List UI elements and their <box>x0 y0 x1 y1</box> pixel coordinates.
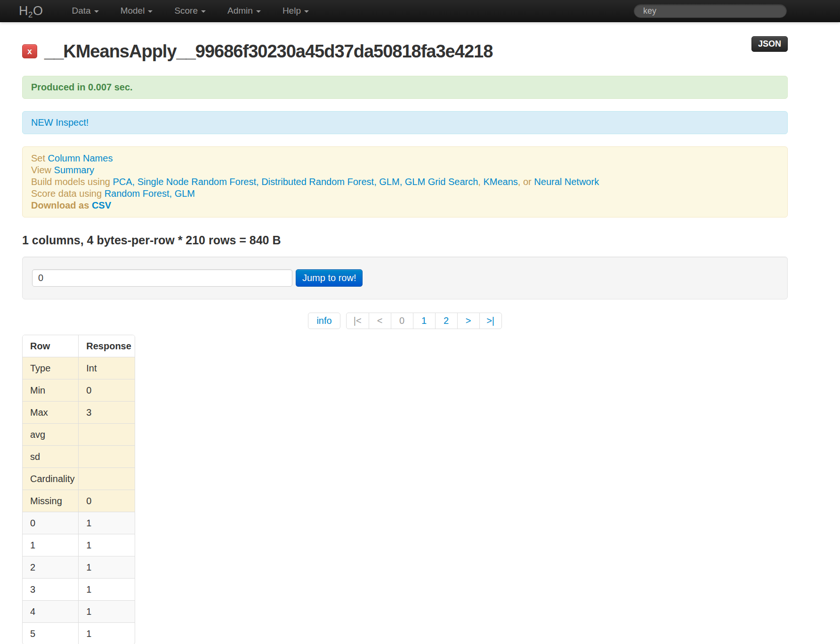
action-text: , or <box>518 177 534 187</box>
frame-summary-heading: 1 columns, 4 bytes-per-row * 210 rows = … <box>22 233 788 247</box>
action-link[interactable]: Column Names <box>48 153 113 163</box>
table-cell: 1 <box>79 534 135 556</box>
nav-item-label: Score <box>174 6 198 16</box>
table-cell: 1 <box>79 579 135 601</box>
page-button[interactable]: 1 <box>413 313 435 329</box>
nav-item-model[interactable]: Model <box>113 0 161 22</box>
main-content: x __KMeansApply__99686f30230a45d37da5081… <box>22 39 788 644</box>
action-line: Score data using Random Forest, GLM <box>31 188 779 200</box>
action-link[interactable]: GLM <box>379 177 399 187</box>
caret-down-icon <box>94 10 99 13</box>
nav-item-score[interactable]: Score <box>166 0 214 22</box>
page-button[interactable]: > <box>457 313 479 329</box>
caret-down-icon <box>148 10 153 13</box>
table-cell <box>79 446 135 468</box>
action-line: Build models using PCA, Single Node Rand… <box>31 176 779 188</box>
action-text: Set <box>31 153 48 163</box>
action-link[interactable]: Neural Network <box>534 177 599 187</box>
table-cell: 3 <box>23 579 79 601</box>
action-text: , <box>400 177 405 187</box>
action-link[interactable]: Single Node Random Forest <box>137 177 256 187</box>
table-row: Missing0 <box>23 490 135 512</box>
table-row: 41 <box>23 601 135 623</box>
pagination: info |<<012>>| <box>22 313 788 329</box>
json-button[interactable]: JSON <box>751 36 788 52</box>
action-text: Score data using <box>31 188 105 199</box>
action-text: Build models using <box>31 177 113 187</box>
action-link[interactable]: GLM <box>175 188 195 199</box>
info-button[interactable]: info <box>308 313 340 329</box>
caret-down-icon <box>304 10 309 13</box>
brand-sub: 2 <box>28 10 33 19</box>
jump-to-row-well: Jump to row! <box>22 257 788 299</box>
nav-item-label: Model <box>121 6 145 16</box>
nav-item-label: Admin <box>227 6 253 16</box>
action-link[interactable]: GLM Grid Search <box>405 177 478 187</box>
brand-o: O <box>33 4 43 18</box>
table-cell: 5 <box>23 623 79 644</box>
table-cell: sd <box>23 446 79 468</box>
action-link[interactable]: Summary <box>54 165 95 175</box>
table-row: avg <box>23 424 135 446</box>
action-line: Download as CSV <box>31 200 779 211</box>
page-header: x __KMeansApply__99686f30230a45d37da5081… <box>22 39 788 64</box>
table-row: sd <box>23 446 135 468</box>
table-row: Max3 <box>23 402 135 424</box>
row-number-input[interactable] <box>32 269 292 287</box>
table-row: 51 <box>23 623 135 644</box>
table-cell: Int <box>79 357 135 379</box>
h2o-logo[interactable]: H2O <box>19 4 43 18</box>
jump-to-row-button[interactable]: Jump to row! <box>296 269 363 287</box>
action-text: View <box>31 165 54 175</box>
table-cell: 3 <box>79 402 135 424</box>
nav-item-label: Data <box>72 6 90 16</box>
table-cell: 1 <box>79 556 135 579</box>
table-header-cell: Row <box>23 335 79 357</box>
new-inspect-link[interactable]: NEW Inspect! <box>31 117 89 128</box>
pager-group: |<<012>>| <box>346 313 502 329</box>
action-line: View Summary <box>31 164 779 176</box>
page-button[interactable]: >| <box>479 313 501 329</box>
table-cell: Max <box>23 402 79 424</box>
action-line: Set Column Names <box>31 153 779 164</box>
table-cell: 4 <box>23 601 79 623</box>
key-search-input[interactable] <box>634 4 787 18</box>
action-link[interactable]: KMeans <box>483 177 517 187</box>
produced-alert: Produced in 0.007 sec. <box>22 76 788 99</box>
table-cell <box>79 468 135 490</box>
action-link[interactable]: CSV <box>92 200 111 210</box>
table-cell: Min <box>23 379 79 402</box>
brand-h: H <box>19 4 28 18</box>
action-text: , <box>132 177 137 187</box>
action-text: Download as <box>31 200 92 210</box>
table-cell: 1 <box>79 623 135 644</box>
table-cell: avg <box>23 424 79 446</box>
page-button[interactable]: 2 <box>435 313 457 329</box>
action-text: , <box>374 177 379 187</box>
nav-item-help[interactable]: Help <box>275 0 317 22</box>
table-cell: 1 <box>23 534 79 556</box>
nav-item-data[interactable]: Data <box>64 0 106 22</box>
nav-item-label: Help <box>283 6 301 16</box>
action-link[interactable]: PCA <box>113 177 132 187</box>
action-text: , <box>478 177 483 187</box>
table-cell: Type <box>23 357 79 379</box>
table-cell: Cardinality <box>23 468 79 490</box>
table-row: 31 <box>23 579 135 601</box>
action-link[interactable]: Distributed Random Forest <box>261 177 374 187</box>
action-text: , <box>170 188 175 199</box>
actions-alert: Set Column NamesView SummaryBuild models… <box>22 146 788 217</box>
table-cell: 2 <box>23 556 79 579</box>
page-button: |< <box>347 313 369 329</box>
table-cell: 1 <box>79 512 135 534</box>
table-header-cell: Response <box>79 335 135 357</box>
close-button[interactable]: x <box>22 44 37 58</box>
table-cell: 0 <box>79 379 135 402</box>
page-button: < <box>369 313 391 329</box>
nav-item-admin[interactable]: Admin <box>219 0 269 22</box>
table-row: 21 <box>23 556 135 579</box>
action-link[interactable]: Random Forest <box>105 188 170 199</box>
table-row: 11 <box>23 534 135 556</box>
table-cell: 1 <box>79 601 135 623</box>
table-header-row: Row Response <box>23 335 135 357</box>
